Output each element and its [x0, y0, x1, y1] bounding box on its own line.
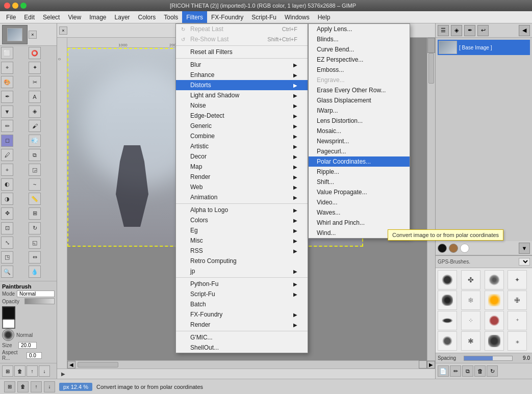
submenu-engrave[interactable]: Engrave... — [309, 75, 410, 85]
brush-item-15[interactable] — [485, 331, 504, 351]
menu-fx-foundry[interactable]: FX-Foundry — [207, 11, 247, 23]
menu-windows[interactable]: Windows — [281, 11, 314, 23]
brush-item-5[interactable] — [438, 291, 457, 310]
tool-heal[interactable]: + — [1, 164, 13, 176]
panel-copy-brush-btn[interactable]: ⧉ — [462, 365, 473, 377]
menu-gmic[interactable]: G'MIC... — [176, 332, 308, 343]
tool-perspective[interactable]: ◳ — [1, 251, 13, 264]
submenu-iwarp[interactable]: IWarp... — [309, 106, 410, 116]
menu-view[interactable]: View — [64, 11, 85, 23]
submenu-glass-displacement[interactable]: Glass Displacement — [309, 95, 410, 106]
menu-retro-computing[interactable]: Retro Computing — [176, 256, 308, 266]
tool-perspective-clone[interactable]: ◲ — [29, 164, 41, 176]
menu-tools[interactable]: Tools — [160, 11, 182, 23]
submenu-shift[interactable]: Shift... — [309, 177, 410, 187]
menu-generic[interactable]: Generic ▶ — [176, 121, 308, 131]
tool-pencil[interactable]: ✏ — [1, 120, 13, 132]
menu-layer[interactable]: Layer — [111, 11, 134, 23]
tool-shear[interactable]: ◱ — [29, 237, 41, 249]
tool-move[interactable]: ✥ — [1, 207, 13, 220]
scrollbar-right[interactable]: ▼ — [427, 38, 435, 369]
menu-distorts[interactable]: Distorts ▶ — [176, 80, 308, 90]
tool-blend[interactable]: ◈ — [29, 106, 41, 118]
submenu-newsprint[interactable]: Newsprint... — [309, 136, 410, 146]
menu-reshow-last[interactable]: ↺ Re-Show Last Shift+Ctrl+F — [176, 34, 308, 44]
scrollbar-bottom[interactable]: ◀ ▶ — [67, 360, 435, 369]
menu-noise[interactable]: Noise ▶ — [176, 100, 308, 111]
bottom-icon-2[interactable]: 🗑 — [14, 365, 26, 377]
tool-measure[interactable]: 📏 — [29, 193, 41, 205]
tool-zoom[interactable]: 🔍 — [1, 266, 13, 278]
menu-shellout[interactable]: ShellOut... — [176, 343, 308, 353]
tool-bucket-fill[interactable]: ▼ — [1, 106, 13, 118]
submenu-emboss[interactable]: Emboss... — [309, 65, 410, 75]
menu-enhance[interactable]: Enhance ▶ — [176, 70, 308, 80]
menu-fx-foundry-filter[interactable]: FX-Foundry ▶ — [176, 309, 308, 320]
submenu-value-propagate[interactable]: Value Propagate... — [309, 187, 410, 197]
tool-smudge[interactable]: ~ — [29, 178, 41, 191]
layer-item[interactable]: [ Base Image ] — [438, 40, 530, 55]
menu-colors-filter[interactable]: Colors ▶ — [176, 215, 308, 225]
menu-artistic[interactable]: Artistic ▶ — [176, 141, 308, 151]
brush-item-16[interactable]: ⁎ — [508, 331, 527, 351]
tool-airbrush[interactable]: 💨 — [29, 135, 41, 147]
tool-free-select[interactable]: ⌖ — [1, 62, 13, 74]
menu-web[interactable]: Web ▶ — [176, 182, 308, 192]
bottom-icon-1[interactable]: ⊞ — [2, 365, 13, 377]
panel-channels-icon[interactable]: ◈ — [451, 25, 462, 36]
panel-color-swatch-brown[interactable] — [449, 244, 458, 253]
brush-item-11[interactable] — [485, 311, 504, 330]
brush-item-8[interactable]: ✙ — [508, 291, 527, 310]
menu-script-fu-filter[interactable]: Script-Fu ▶ — [176, 289, 308, 299]
menu-combine[interactable]: Combine ▶ — [176, 131, 308, 141]
brush-item-7[interactable] — [485, 291, 504, 310]
window-close-btn[interactable] — [4, 3, 10, 9]
submenu-curve-bend[interactable]: Curve Bend... — [309, 44, 410, 55]
bottom-icon-4[interactable]: ↓ — [39, 365, 50, 377]
panel-collapse-btn[interactable]: ◀ — [519, 25, 530, 36]
tool-color-picker[interactable]: 💧 — [29, 266, 41, 278]
status-icon-4[interactable]: ↓ — [44, 381, 55, 392]
tool-dodge-burn[interactable]: ◑ — [1, 193, 13, 205]
menu-misc[interactable]: Misc ▶ — [176, 235, 308, 246]
submenu-waves[interactable]: Waves... — [309, 207, 410, 218]
menu-edit[interactable]: Edit — [20, 11, 39, 23]
tool-fuzzy-select[interactable]: ✦ — [29, 62, 41, 74]
status-icon-2[interactable]: 🗑 — [17, 381, 29, 392]
status-icon-1[interactable]: ⊞ — [4, 381, 15, 392]
aspect-value[interactable]: 0.0 — [27, 352, 42, 359]
menu-light-shadow[interactable]: Light and Shadow ▶ — [176, 90, 308, 100]
panel-undo-icon[interactable]: ↩ — [477, 25, 489, 36]
submenu-pagecurl[interactable]: Pagecurl... — [309, 146, 410, 156]
tool-ink[interactable]: 🖊 — [1, 149, 13, 161]
tool-marquee-rect[interactable]: ⬜ — [1, 47, 13, 59]
brush-item-1[interactable] — [438, 270, 457, 290]
menu-help[interactable]: Help — [314, 11, 335, 23]
spacing-slider[interactable] — [464, 356, 513, 361]
submenu-blinds[interactable]: Blinds... — [309, 34, 410, 44]
panel-delete-brush-btn[interactable]: 🗑 — [474, 365, 486, 377]
canvas-close-btn[interactable]: × — [59, 27, 67, 35]
window-minimize-btn[interactable] — [12, 3, 18, 9]
panel-edit-brush-btn[interactable]: ✏ — [450, 365, 461, 377]
menu-alpha-to-logo[interactable]: Alpha to Logo ▶ — [176, 205, 308, 215]
panel-paths-icon[interactable]: ✒ — [464, 25, 475, 36]
panel-new-brush-btn[interactable]: 📄 — [438, 365, 449, 377]
menu-python-fu[interactable]: Python-Fu ▶ — [176, 279, 308, 289]
menu-batch[interactable]: Batch — [176, 299, 308, 309]
menu-script-fu[interactable]: Script-Fu — [247, 11, 281, 23]
menu-edge-detect[interactable]: Edge-Detect ▶ — [176, 111, 308, 121]
tool-rotate[interactable]: ↻ — [29, 222, 41, 234]
submenu-erase-every-other-row[interactable]: Erase Every Other Row... — [309, 85, 410, 95]
menu-animation[interactable]: Animation ▶ — [176, 192, 308, 202]
menu-decor[interactable]: Decor ▶ — [176, 151, 308, 162]
menu-file[interactable]: File — [2, 11, 20, 23]
brush-item-9[interactable] — [438, 311, 457, 330]
panel-refresh-brush-btn[interactable]: ↻ — [487, 365, 498, 377]
menu-render-filter[interactable]: Render ▶ — [176, 320, 308, 330]
tool-scissors[interactable]: ✂ — [29, 76, 41, 88]
submenu-lens-distortion[interactable]: Lens Distortion... — [309, 116, 410, 126]
panel-color-swatch-black[interactable] — [438, 244, 447, 253]
submenu-whirl-and-pinch[interactable]: Whirl and Pinch... — [309, 218, 410, 228]
submenu-ripple[interactable]: Ripple... — [309, 167, 410, 177]
